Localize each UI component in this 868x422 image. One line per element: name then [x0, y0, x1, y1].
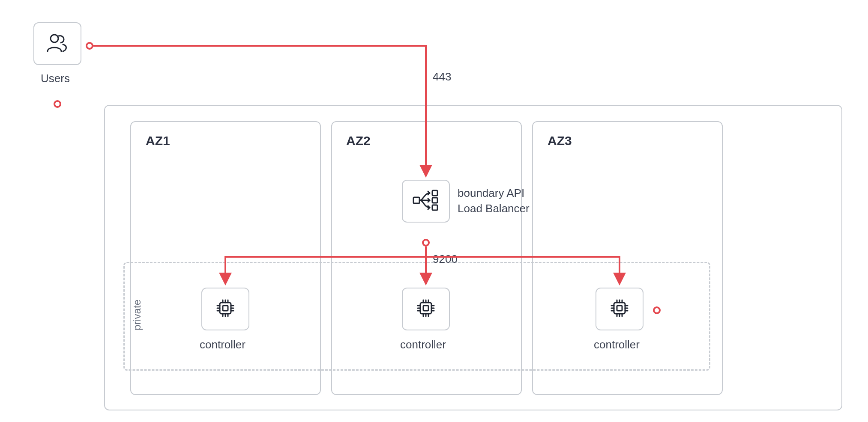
users-label: Users	[41, 72, 70, 85]
lb-label-line2: Load Balancer	[458, 202, 530, 215]
users-icon	[46, 33, 69, 54]
svg-rect-4	[432, 205, 437, 210]
controller-label-az1: controller	[200, 338, 245, 351]
svg-point-0	[51, 35, 58, 42]
svg-rect-10	[617, 306, 622, 311]
lb-label-line1: boundary API	[458, 187, 524, 200]
az1-title: AZ1	[146, 134, 170, 148]
svg-rect-1	[413, 197, 419, 203]
cpu-icon	[416, 298, 436, 320]
connector-dot	[422, 239, 430, 247]
controller-label-az3: controller	[594, 338, 640, 351]
svg-rect-8	[423, 306, 428, 311]
svg-rect-9	[614, 303, 625, 314]
controller-node-az2	[402, 288, 450, 330]
svg-rect-2	[432, 190, 437, 196]
port-label-controller: 9200	[433, 253, 458, 266]
diagram-canvas: Users AZ1 AZ2 AZ3 boundary API	[0, 0, 868, 422]
load-balancer-icon	[413, 190, 439, 213]
port-label-api: 443	[433, 70, 451, 83]
users-node	[33, 22, 81, 65]
private-label: private	[131, 300, 143, 330]
controller-node-az3	[596, 288, 644, 330]
controller-label-az2: controller	[400, 338, 446, 351]
load-balancer-node	[402, 180, 450, 223]
svg-rect-5	[220, 303, 231, 314]
connector-dot	[54, 100, 61, 108]
controller-node-az1	[201, 288, 249, 330]
cpu-icon	[610, 298, 629, 320]
az2-title: AZ2	[346, 134, 371, 148]
connector-dot	[86, 42, 93, 50]
svg-rect-7	[420, 303, 431, 314]
cpu-icon	[216, 298, 235, 320]
connector-dot	[653, 306, 661, 314]
svg-rect-6	[223, 306, 228, 311]
az3-title: AZ3	[548, 134, 572, 148]
svg-rect-3	[432, 198, 437, 203]
